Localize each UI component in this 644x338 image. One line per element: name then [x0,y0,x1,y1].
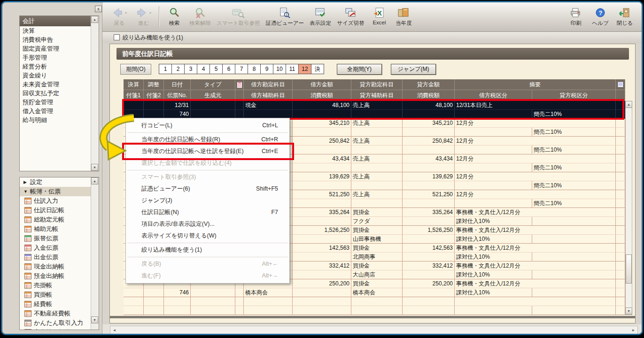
toolbar-display-settings-button[interactable]: 表示設定 [307,5,334,28]
jump-button[interactable]: ジャンプ(M) [391,64,436,75]
tree-item-label: 家事按分振替 [34,329,70,330]
period-cell-7[interactable]: 7 [235,64,248,74]
credit-sub-cell [351,306,403,315]
toolbar-size-switch-button[interactable]: サイズ切替 [334,5,367,28]
tree-item-経費帳[interactable]: 経費帳 [20,300,91,309]
menu-item-証憑ビューアー(6)[interactable]: 証憑ビューアー(6)Shift+F5 [126,183,289,195]
tree-item-入金伝票[interactable]: 入金伝票 [20,243,91,253]
sidebar-item-回収支払予定[interactable]: 回収支払予定 [20,89,91,98]
tree-item-不動産経費帳[interactable]: 不動産経費帳 [20,309,91,318]
tree-item-家事按分振替[interactable]: 家事按分振替 [20,328,91,330]
toolbar-current-year-button[interactable]: 当年度 [391,5,416,28]
scroll-down-icon[interactable]: ▼ [91,164,98,171]
row-notes-cell [616,146,625,154]
menu-item-label: 絞り込み機能を使う(1) [141,246,202,253]
debit-tax-amount-cell [293,199,351,208]
menu-item-当年度の仕訳日記帳へ登録(R)[interactable]: 当年度の仕訳日記帳へ登録(R)Ctrl+R [126,134,289,146]
period-cell-10[interactable]: 10 [273,64,286,74]
sidebar-item-経営分析[interactable]: 経営分析 [20,62,91,71]
app-screenshot: x 会計決算消費税申告固定資産管理手形管理経営分析資金繰り未来資金管理回収支払予… [0,0,644,338]
sidebar-item-預貯金管理[interactable]: 預貯金管理 [20,98,91,107]
tree-item-買掛帳[interactable]: 買掛帳 [20,290,91,300]
credit-tax-amount-cell [403,306,455,315]
toolbar-search-button[interactable]: 検索 [162,5,186,28]
tree-item-label: 買掛帳 [34,291,52,298]
scroll-left-icon[interactable]: ◄ [111,327,118,334]
menu-item-項目の表示/非表示設定(V)...[interactable]: 項目の表示/非表示設定(V)... [126,218,289,230]
period-cell-11[interactable]: 11 [286,64,299,74]
debit-amount-cell: 250,200 [293,279,351,288]
credit-account-cell: 買掛金 [351,208,403,217]
journal-row-1[interactable]: 12/31現金48,100売上高48,10012/31本日売上740簡売二10% [124,101,625,119]
tree-item-出金伝票[interactable]: 出金伝票 [20,253,91,262]
scrollbar-thumb[interactable] [626,254,632,284]
sidebar-item-資金繰り[interactable]: 資金繰り [20,71,91,80]
scroll-up-icon[interactable]: ▲ [91,177,98,184]
period-cell-8[interactable]: 8 [248,64,261,74]
period-cell-5[interactable]: 5 [209,64,223,74]
nav-list: 会計決算消費税申告固定資産管理手形管理経営分析資金繰り未来資金管理回収支払予定預… [20,16,91,124]
period-cell-1[interactable]: 1 [159,64,172,74]
menu-item-選択した金額で仕訳を絞り込む(4): 選択した金額で仕訳を絞り込む(4) [126,157,289,169]
toolbar-excel-button[interactable]: XExcel [367,5,391,26]
tree-item-かんたん取引入力[interactable]: かんたん取引入力 [20,318,91,328]
sidebar-item-給与明細[interactable]: 給与明細 [20,115,91,124]
menu-separator [127,170,288,170]
toolbar-help-button[interactable]: ?ヘルプ [588,5,613,28]
tree-item-label: 現金出納帳 [34,263,64,270]
tree-item-補助元帳[interactable]: 補助元帳 [20,224,91,234]
sidebar-item-決算[interactable]: 決算 [20,26,91,35]
menu-item-行コピー(L)[interactable]: 行コピー(L)Ctrl+L [126,120,289,131]
collapsed-triangle-icon: ▶ [23,177,27,187]
tree-header-books[interactable]: ▼帳簿・伝票 [20,187,91,196]
journal-row-12[interactable] [124,297,625,315]
svg-text:X: X [377,9,382,17]
period-cell-6[interactable]: 6 [222,64,235,74]
menu-item-ジャンプ(J)[interactable]: ジャンプ(J) [126,195,289,207]
tree-item-預金出納帳[interactable]: 預金出納帳 [20,271,91,281]
debit-tax-class-cell [455,306,532,315]
period-label-button[interactable]: 期間(O) [120,64,151,75]
column-header: 生成元 [191,90,235,101]
period-cell-3[interactable]: 3 [184,64,197,74]
scroll-up-icon[interactable]: ▲ [91,16,98,23]
tree-item-仕訳日記帳[interactable]: 仕訳日記帳 [20,206,91,215]
scroll-down-icon[interactable]: ▼ [625,307,632,315]
period-cell-12[interactable]: 12 [298,64,311,74]
sidebar-item-借入金管理[interactable]: 借入金管理 [20,107,91,115]
period-cell-2[interactable]: 2 [171,64,185,74]
sidebar-item-会計[interactable]: 会計 [20,16,91,26]
sidebar-item-消費税申告[interactable]: 消費税申告 [20,35,91,44]
period-cell-決[interactable]: 決 [311,64,324,74]
all-period-button[interactable]: 全期間(Y) [337,64,382,75]
tree-item-総勘定元帳[interactable]: 総勘定元帳 [20,215,91,224]
menu-item-当年度の仕訳日記帳へ逆仕訳を登録(E)[interactable]: 当年度の仕訳日記帳へ逆仕訳を登録(E)Ctrl+E [126,146,289,157]
tree-item-仕訳入力[interactable]: 仕訳入力 [20,196,91,206]
toolbar-print-button[interactable]: 印刷 [564,5,588,28]
sidebar-item-未来資金管理[interactable]: 未来資金管理 [20,80,91,89]
sidebar-item-固定資産管理[interactable]: 固定資産管理 [20,44,91,53]
period-cell-9[interactable]: 9 [260,64,273,74]
summary-cell: 12月分 [455,190,616,199]
menu-item-絞り込み機能を使う(1)[interactable]: 絞り込み機能を使う(1) [126,244,289,256]
toolbar-close-door-button[interactable]: 閉じる [613,5,637,28]
menu-item-仕訳日記帳(N)[interactable]: 仕訳日記帳(N)F7 [126,207,289,218]
toolbar-evidence-viewer-button[interactable]: 証憑ビューアー [263,5,307,28]
sidebar-close-button[interactable]: x [95,6,102,12]
period-cell-4[interactable]: 4 [197,64,210,74]
menu-item-label: 当年度の仕訳日記帳へ登録(R) [141,136,220,143]
filter-checkbox[interactable] [114,34,120,40]
tree-header-settings[interactable]: ▶設定 [20,177,91,187]
scroll-down-icon[interactable]: ▼ [91,316,98,323]
fusen2-cell [144,288,164,297]
tree-item-振替伝票[interactable]: 振替伝票 [20,234,91,243]
sidebar-item-手形管理[interactable]: 手形管理 [20,53,91,62]
menu-item-表示サイズを切り替える(W)[interactable]: 表示サイズを切り替える(W) [126,230,289,242]
tree-scrollbar[interactable]: ▲ ▼ [91,177,99,330]
smart-ref-icon [232,6,245,19]
tree-item-売掛帳[interactable]: 売掛帳 [20,281,91,290]
scroll-up-icon[interactable]: ▲ [625,101,632,108]
horizontal-scrollbar[interactable]: ◄ ► [110,326,638,335]
tree-item-現金出納帳[interactable]: 現金出納帳 [20,262,91,271]
scroll-right-icon[interactable]: ► [630,327,637,334]
